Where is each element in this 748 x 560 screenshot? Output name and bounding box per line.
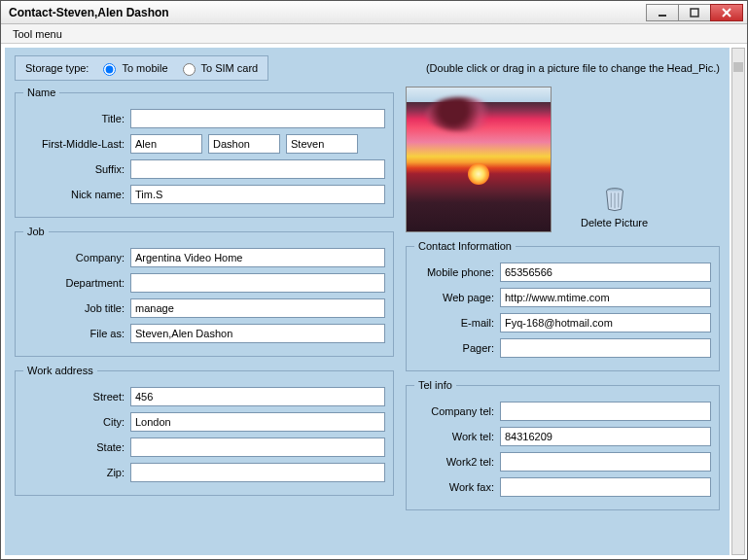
delete-picture-area: Delete Picture [581, 87, 648, 232]
company-label: Company: [23, 252, 130, 263]
columns: Name Title: First-Middle-Last: Su [15, 87, 720, 518]
email-label: E-mail: [414, 317, 500, 329]
fml-label: First-Middle-Last: [23, 138, 130, 150]
email-input[interactable] [500, 313, 711, 332]
title-label: Title: [23, 113, 130, 124]
top-row: Storage type: To mobile To SIM card (Dou… [15, 55, 720, 81]
minimize-icon [658, 8, 667, 18]
content-panel: Storage type: To mobile To SIM card (Dou… [5, 48, 730, 555]
department-label: Department: [23, 277, 130, 289]
contact-info-group: Contact Information Mobile phone: Web pa… [406, 240, 720, 371]
close-icon [722, 8, 731, 18]
zip-input[interactable] [130, 463, 385, 482]
storage-mobile-radio[interactable] [103, 63, 116, 76]
department-input[interactable] [130, 273, 385, 293]
storage-mobile-label: To mobile [122, 62, 167, 74]
storage-sim-radio[interactable] [183, 63, 196, 76]
company-tel-input[interactable] [500, 402, 711, 421]
maximize-button[interactable] [678, 4, 711, 21]
name-group: Name Title: First-Middle-Last: Su [15, 87, 394, 218]
mobile-phone-input[interactable] [500, 262, 711, 282]
name-legend: Name [23, 87, 59, 98]
titlebar: Contact-Steven,Alen Dashon [1, 1, 747, 24]
city-label: City: [23, 416, 130, 428]
work-fax-label: Work fax: [414, 481, 500, 493]
head-picture[interactable] [406, 87, 552, 232]
minimize-button[interactable] [646, 4, 679, 21]
storage-mobile-option[interactable]: To mobile [98, 60, 167, 76]
delete-picture-label: Delete Picture [581, 217, 648, 228]
jobtitle-input[interactable] [130, 298, 385, 318]
trash-icon[interactable] [600, 184, 629, 213]
storage-type-box: Storage type: To mobile To SIM card [15, 55, 268, 81]
company-input[interactable] [130, 248, 385, 267]
tool-menu[interactable]: Tool menu [7, 26, 68, 42]
first-name-input[interactable] [130, 134, 202, 154]
content-wrap: Storage type: To mobile To SIM card (Dou… [1, 44, 747, 559]
vertical-scrollbar[interactable] [731, 48, 745, 555]
pager-input[interactable] [500, 338, 711, 358]
contact-info-legend: Contact Information [414, 240, 516, 252]
svg-rect-1 [691, 9, 698, 17]
fileas-input[interactable] [130, 324, 385, 343]
street-input[interactable] [130, 387, 385, 406]
picture-row: Delete Picture [406, 87, 720, 232]
zip-label: Zip: [23, 467, 130, 478]
storage-sim-label: To SIM card [201, 62, 259, 74]
work2-tel-input[interactable] [500, 452, 711, 472]
close-button[interactable] [710, 4, 743, 21]
web-label: Web page: [414, 292, 500, 303]
company-tel-label: Company tel: [414, 405, 500, 417]
scrollbar-thumb[interactable] [733, 62, 743, 72]
contact-editor-window: Contact-Steven,Alen Dashon Tool menu Sto… [0, 0, 748, 560]
job-group: Job Company: Department: Job title: [15, 226, 394, 357]
city-input[interactable] [130, 412, 385, 432]
web-page-input[interactable] [500, 288, 711, 307]
job-legend: Job [23, 226, 49, 237]
jobtitle-label: Job title: [23, 302, 130, 314]
suffix-label: Suffix: [23, 163, 130, 175]
work-fax-input[interactable] [500, 477, 711, 497]
head-pic-hint: (Double click or drag in a picture file … [426, 62, 720, 74]
work-tel-label: Work tel: [414, 431, 500, 442]
nick-name-input[interactable] [130, 185, 385, 204]
middle-name-input[interactable] [208, 134, 280, 154]
window-buttons [647, 4, 743, 21]
tel-info-group: Tel info Company tel: Work tel: Work2 te… [406, 379, 720, 510]
state-label: State: [23, 441, 130, 453]
work-address-legend: Work address [23, 365, 97, 376]
menubar: Tool menu [1, 24, 747, 44]
state-input[interactable] [130, 438, 385, 457]
nick-label: Nick name: [23, 189, 130, 200]
suffix-input[interactable] [130, 159, 385, 179]
left-column: Name Title: First-Middle-Last: Su [15, 87, 394, 518]
work-address-group: Work address Street: City: State: [15, 365, 394, 496]
work2-tel-label: Work2 tel: [414, 456, 500, 468]
pager-label: Pager: [414, 342, 500, 354]
fileas-label: File as: [23, 328, 130, 339]
mobile-label: Mobile phone: [414, 266, 500, 278]
maximize-icon [690, 8, 699, 18]
work-tel-input[interactable] [500, 427, 711, 446]
street-label: Street: [23, 391, 130, 402]
storage-sim-option[interactable]: To SIM card [178, 60, 259, 76]
last-name-input[interactable] [286, 134, 358, 154]
title-input[interactable] [130, 109, 385, 128]
tel-info-legend: Tel info [414, 379, 456, 391]
right-column: Delete Picture Contact Information Mobil… [406, 87, 720, 518]
window-title: Contact-Steven,Alen Dashon [9, 6, 647, 19]
storage-label: Storage type: [25, 62, 89, 74]
